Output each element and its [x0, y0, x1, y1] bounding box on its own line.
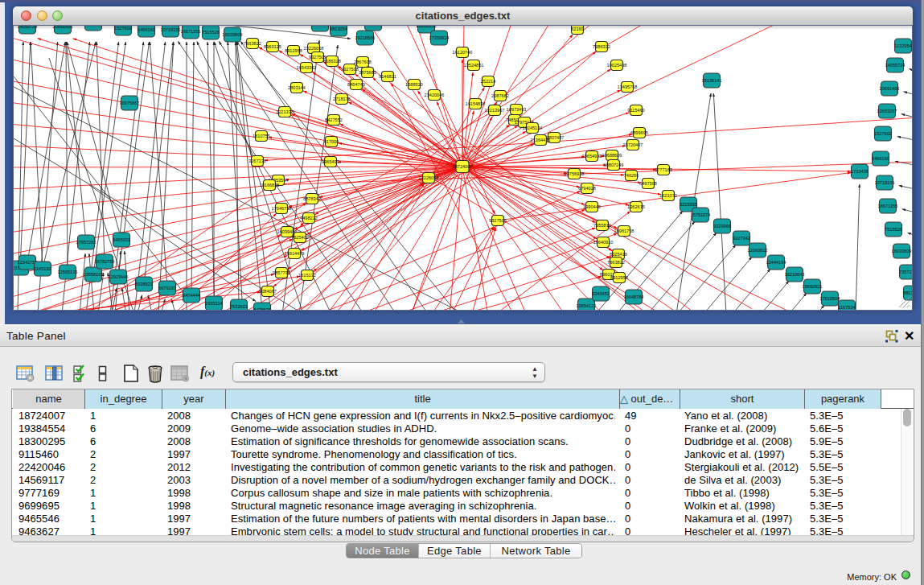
svg-text:23226058: 23226058 [304, 46, 324, 51]
svg-text:2867608: 2867608 [354, 60, 372, 64]
svg-text:8813054: 8813054 [903, 290, 912, 295]
svg-text:21364436: 21364436 [531, 138, 551, 142]
svg-text:9857791: 9857791 [273, 270, 290, 275]
svg-text:13495768: 13495768 [618, 84, 638, 89]
svg-text:16648784: 16648784 [624, 295, 644, 299]
svg-text:12444194: 12444194 [766, 260, 786, 265]
svg-text:16154838: 16154838 [466, 101, 486, 106]
svg-text:8186328: 8186328 [323, 59, 341, 64]
svg-text:17359924: 17359924 [429, 35, 450, 40]
svg-text:2935114: 2935114 [205, 301, 222, 306]
svg-text:30975867: 30975867 [120, 101, 140, 105]
svg-text:9327505: 9327505 [489, 218, 507, 223]
svg-text:7986322: 7986322 [593, 44, 610, 49]
svg-text:2803144: 2803144 [288, 85, 306, 90]
svg-text:1221338: 1221338 [276, 109, 294, 114]
svg-text:1733436: 1733436 [851, 169, 869, 174]
svg-text:7632621: 7632621 [230, 304, 248, 309]
svg-text:1965493: 1965493 [322, 159, 339, 164]
svg-text:8427552: 8427552 [325, 117, 343, 122]
svg-text:7955812: 7955812 [593, 223, 611, 228]
svg-text:13524851: 13524851 [464, 63, 484, 68]
svg-text:16033809: 16033809 [223, 32, 243, 37]
svg-text:15136141: 15136141 [702, 78, 722, 83]
svg-text:1167534: 1167534 [838, 305, 855, 310]
svg-text:9146821: 9146821 [379, 74, 396, 79]
svg-text:17010504: 17010504 [820, 296, 840, 301]
svg-text:10958107: 10958107 [84, 272, 104, 277]
svg-text:2718176: 2718176 [333, 97, 351, 101]
svg-text:10973493: 10973493 [507, 107, 527, 112]
svg-text:746266: 746266 [624, 173, 639, 178]
svg-text:10653267: 10653267 [877, 109, 897, 113]
svg-text:10688609: 10688609 [602, 153, 622, 158]
svg-text:8960125: 8960125 [264, 44, 281, 49]
svg-text:12213967: 12213967 [485, 108, 505, 113]
svg-text:9465001: 9465001 [113, 237, 130, 242]
svg-text:1615132: 1615132 [298, 273, 316, 278]
svg-text:16543362: 16543362 [297, 65, 317, 70]
svg-text:1588520: 1588520 [405, 82, 423, 87]
svg-text:10245134: 10245134 [523, 126, 543, 130]
svg-text:1145190: 1145190 [34, 266, 51, 271]
svg-text:9327508: 9327508 [341, 67, 359, 72]
svg-text:14055724: 14055724 [885, 63, 906, 68]
svg-text:16961758: 16961758 [614, 229, 634, 233]
svg-text:7625402: 7625402 [291, 235, 309, 240]
svg-text:10719155: 10719155 [875, 180, 895, 185]
svg-text:16782759: 16782759 [95, 259, 115, 264]
svg-text:7515526: 7515526 [202, 30, 220, 35]
svg-text:9777169: 9777169 [655, 167, 672, 172]
svg-text:7663822: 7663822 [244, 41, 261, 46]
svg-text:19166825: 19166825 [260, 183, 280, 187]
svg-text:23420046: 23420046 [425, 93, 445, 97]
svg-text:252214: 252214 [481, 79, 496, 84]
svg-text:8878342: 8878342 [303, 196, 321, 201]
svg-text:9245652: 9245652 [592, 291, 610, 296]
svg-text:19218506: 19218506 [355, 35, 376, 40]
svg-text:1362615: 1362615 [627, 204, 645, 209]
svg-text:9115460: 9115460 [627, 108, 644, 113]
svg-text:10025438: 10025438 [607, 63, 627, 68]
svg-text:12923446: 12923446 [109, 274, 129, 279]
svg-text:8478676: 8478676 [253, 307, 271, 310]
svg-text:6466160: 6466160 [872, 156, 889, 161]
svg-text:15692921: 15692921 [803, 284, 823, 289]
svg-text:17957263: 17957263 [76, 240, 97, 245]
svg-text:8325419: 8325419 [610, 252, 627, 257]
svg-text:12093822: 12093822 [748, 248, 768, 253]
svg-text:9329966: 9329966 [713, 224, 731, 229]
svg-text:1610755: 1610755 [253, 134, 270, 138]
svg-text:1621072: 1621072 [659, 193, 677, 198]
svg-text:1132954: 1132954 [894, 43, 911, 48]
svg-text:8912958: 8912958 [610, 275, 628, 280]
svg-text:20691406: 20691406 [880, 86, 900, 91]
svg-text:19654923: 19654923 [582, 154, 602, 159]
svg-text:23226058: 23226058 [419, 175, 439, 180]
svg-text:7515526: 7515526 [885, 227, 902, 232]
svg-text:13640910: 13640910 [593, 240, 614, 245]
svg-text:1990448: 1990448 [583, 204, 601, 209]
svg-text:8912958: 8912958 [285, 48, 302, 53]
svg-text:6497568: 6497568 [639, 181, 657, 186]
svg-text:8938923: 8938923 [135, 282, 153, 286]
svg-text:8454749: 8454749 [347, 82, 365, 87]
svg-text:3215955: 3215955 [680, 202, 697, 207]
svg-text:18724007: 18724007 [453, 164, 473, 169]
svg-text:12505135: 12505135 [58, 270, 78, 274]
svg-text:7357224: 7357224 [899, 270, 912, 274]
svg-text:16120746: 16120746 [453, 50, 473, 55]
svg-text:9227342: 9227342 [733, 236, 750, 241]
svg-text:6899695: 6899695 [630, 130, 648, 135]
svg-text:15751074: 15751074 [691, 212, 711, 217]
svg-text:6679197: 6679197 [158, 286, 176, 290]
svg-text:29756928: 29756928 [565, 171, 585, 176]
svg-text:6794028: 6794028 [578, 186, 596, 191]
svg-text:16210643: 16210643 [785, 272, 805, 277]
svg-text:4498222: 4498222 [300, 216, 318, 220]
svg-text:2087682: 2087682 [491, 93, 509, 98]
svg-text:17046738: 17046738 [272, 206, 292, 211]
svg-text:9084067: 9084067 [259, 289, 277, 294]
svg-text:7663822: 7663822 [607, 260, 625, 265]
svg-text:3875685: 3875685 [359, 70, 376, 75]
